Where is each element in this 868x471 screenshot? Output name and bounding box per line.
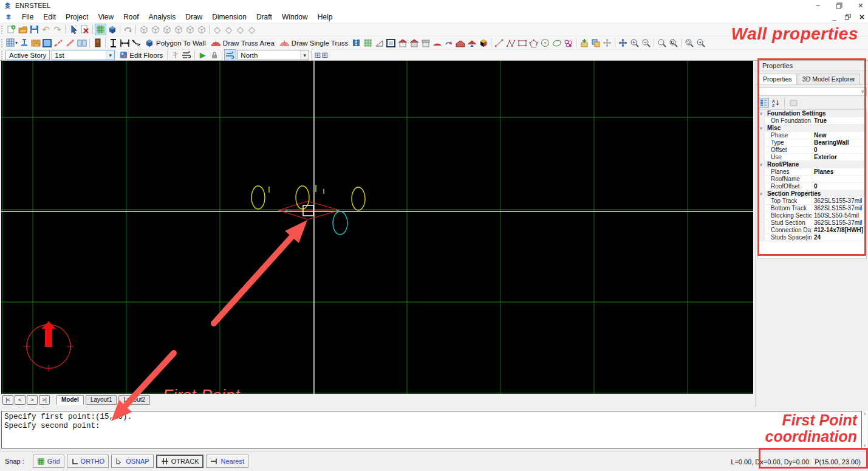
mdi-close-icon[interactable]: × <box>859 12 864 22</box>
last-sheet-button[interactable]: >| <box>39 395 50 405</box>
roof-house-2-button[interactable] <box>408 37 420 49</box>
categorized-view-button[interactable] <box>758 98 769 108</box>
active-story-button[interactable]: Active Story <box>5 50 50 60</box>
menu-edit[interactable]: Edit <box>38 12 61 22</box>
drawing-canvas[interactable]: First Point <box>1 61 753 394</box>
iso-view-2-button[interactable]: ◇ <box>223 24 234 35</box>
property-value[interactable]: BearingWall <box>812 139 866 146</box>
stud-frame-button[interactable] <box>76 37 87 49</box>
tab-model[interactable]: Model <box>56 395 84 405</box>
lock-icon[interactable] <box>208 49 220 61</box>
menu-roof[interactable]: Roof <box>118 12 143 22</box>
property-value[interactable]: 0 <box>812 183 866 190</box>
run-analysis-button[interactable]: ▶ <box>197 49 208 61</box>
view-preset-nw-button[interactable] <box>173 24 184 35</box>
property-row[interactable]: Offset0 <box>758 146 866 154</box>
tab-properties[interactable]: Properties <box>758 74 797 84</box>
ortho-toggle[interactable]: ORTHO <box>67 455 109 468</box>
property-row[interactable]: Bottom Track362SLS155-37mil <box>758 205 866 212</box>
opening-tool-button[interactable] <box>385 37 397 49</box>
category-misc[interactable]: ∨Misc <box>758 125 866 132</box>
hip-roof-button[interactable] <box>466 37 477 49</box>
view-preset-top-button[interactable] <box>184 24 196 35</box>
menu-file[interactable]: File <box>17 12 38 22</box>
property-row[interactable]: On FoundationTrue <box>758 117 866 125</box>
osnap-toggle[interactable]: OSNAP <box>111 455 154 468</box>
arc-roof-button[interactable] <box>431 37 443 49</box>
draw-brace-button[interactable] <box>64 37 76 49</box>
iso-view-4-button[interactable]: ◇ <box>246 24 258 35</box>
flat-roof-button[interactable] <box>420 37 431 49</box>
solid-view-button[interactable] <box>477 37 489 49</box>
next-sheet-button[interactable]: > <box>27 395 38 405</box>
wind-direction-icon[interactable] <box>224 49 236 61</box>
wall-tool-button[interactable] <box>30 37 41 49</box>
collapse-icon[interactable]: ∨ <box>758 125 765 131</box>
select-cursor-button[interactable] <box>67 24 79 35</box>
draw-polygon-button[interactable] <box>528 37 539 49</box>
zoom-previous-button[interactable] <box>683 37 695 49</box>
alphabetical-sort-button[interactable]: AZ <box>770 98 781 108</box>
rotate-roof-button[interactable] <box>443 37 454 49</box>
view-3d-button[interactable] <box>106 24 118 35</box>
collapse-icon[interactable]: ∨ <box>758 161 765 168</box>
grid-display-toggle[interactable] <box>95 24 106 35</box>
open-file-button[interactable] <box>17 24 29 35</box>
zoom-in-button[interactable] <box>629 37 640 49</box>
pan-tool-button[interactable] <box>617 37 629 49</box>
toolbar-grip[interactable] <box>1 26 4 34</box>
save-button[interactable] <box>29 24 40 35</box>
ibeam-section-button[interactable] <box>108 37 119 49</box>
property-value[interactable]: 362SLS155-37mil <box>812 205 866 211</box>
nearest-toggle[interactable]: Nearest <box>206 455 248 468</box>
property-value[interactable]: #12-14x7/8[HWH] <box>812 227 866 233</box>
property-row[interactable]: RoofOffset0 <box>758 183 866 190</box>
collapse-icon[interactable]: ∨ <box>758 110 765 117</box>
menu-dimension[interactable]: Dimension <box>207 12 251 22</box>
column-tool-button[interactable] <box>18 37 30 49</box>
prev-sheet-button[interactable]: < <box>15 395 26 405</box>
property-row[interactable]: Connection Data#12-14x7/8[HWH] <box>758 227 866 234</box>
property-value[interactable]: 362SLS155-37mil <box>812 198 866 204</box>
tab-layout2[interactable]: Layout2 <box>118 395 150 405</box>
property-value[interactable]: True <box>812 117 866 124</box>
move-tool-button[interactable] <box>601 37 613 49</box>
first-sheet-button[interactable]: |< <box>2 395 13 405</box>
slab-tool-button[interactable] <box>41 37 53 49</box>
mdi-minimize-icon[interactable]: _ <box>832 13 836 21</box>
property-value[interactable]: Planes <box>812 168 866 175</box>
menu-draft[interactable]: Draft <box>251 12 277 22</box>
view-preset-se-button[interactable] <box>149 24 161 35</box>
property-value[interactable]: New <box>812 132 866 139</box>
toolbar-grip[interactable] <box>1 39 4 47</box>
object-selector-combo[interactable]: ∨ <box>757 87 867 96</box>
roof-house-button[interactable] <box>397 37 408 49</box>
menu-window[interactable]: Window <box>277 12 313 22</box>
draw-beam-button[interactable] <box>53 37 64 49</box>
import-model-button[interactable] <box>578 37 590 49</box>
command-line[interactable]: Specify first point:(15,23). Specify sec… <box>1 411 862 449</box>
gable-roof-button[interactable] <box>454 37 466 49</box>
tab-3d-model-explorer[interactable]: 3D Model Explorer <box>798 74 860 84</box>
property-pages-button[interactable] <box>788 98 799 108</box>
draw-circle-button[interactable] <box>539 37 551 49</box>
otrack-toggle[interactable]: OTRACK <box>156 455 204 468</box>
view-preset-bottom-button[interactable] <box>196 24 207 35</box>
mesh-area-button[interactable] <box>362 37 374 49</box>
toolbar-grip[interactable] <box>1 51 4 60</box>
collapse-icon[interactable]: ∨ <box>758 190 765 197</box>
draw-line-button[interactable] <box>493 37 505 49</box>
menu-analysis[interactable]: Analysis <box>144 12 181 22</box>
close-icon[interactable]: × <box>858 0 863 11</box>
category-roof-plane[interactable]: ∨Roof/Plane <box>758 161 866 168</box>
category-section-properties[interactable]: ∨Section Properties <box>758 190 866 198</box>
tree-view-button[interactable] <box>169 49 181 61</box>
property-value[interactable]: 24 <box>812 234 866 241</box>
snap-grid-toggle[interactable]: Grid <box>33 455 64 468</box>
property-row[interactable]: Stud Section362SLS155-37mil <box>758 219 866 227</box>
iso-view-1-button[interactable]: ◇ <box>211 24 223 35</box>
property-value[interactable]: 362SLS155-37mil <box>812 219 866 226</box>
mdi-restore-icon[interactable] <box>845 14 851 20</box>
zoom-window-button[interactable] <box>656 37 668 49</box>
menu-help[interactable]: Help <box>313 12 338 22</box>
